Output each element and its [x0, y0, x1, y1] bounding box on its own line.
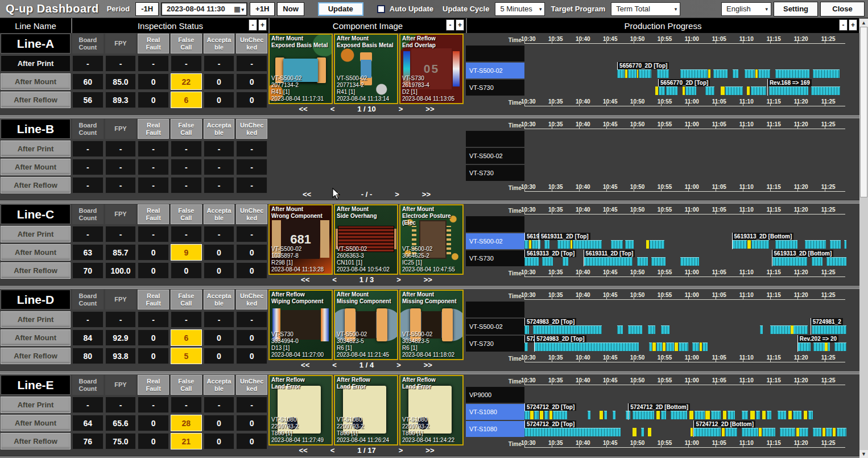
pager-next-button[interactable]: >: [399, 446, 403, 455]
stage-row-button-after-mount[interactable]: After Mount: [1, 415, 71, 431]
component-image-card[interactable]: After Reflow Land ErrorVT-S1080 2209793-…: [399, 375, 464, 445]
pager-next-button[interactable]: >: [399, 105, 403, 113]
stage-row-button-after-mount[interactable]: After Mount: [1, 73, 71, 90]
table-cell: 92.9: [105, 329, 137, 346]
table-cell: -: [236, 397, 267, 413]
pager-last-button[interactable]: >>: [422, 190, 431, 199]
machine-label[interactable]: VT-S730: [466, 165, 524, 181]
component-image-card[interactable]: 05After Reflow End OverlapVT-S730 261978…: [399, 34, 464, 104]
pager-first-button[interactable]: <<: [301, 275, 309, 284]
update-button[interactable]: Update: [318, 2, 363, 16]
machine-label-empty: [466, 131, 524, 147]
machine-label[interactable]: VT-S500-02: [466, 63, 524, 79]
pager-prev-button[interactable]: <: [332, 361, 337, 369]
v-scrollbar[interactable]: ▲ ▼: [859, 19, 868, 458]
setting-button[interactable]: Setting: [774, 2, 818, 16]
machine-label[interactable]: VT-S500-02: [466, 233, 524, 249]
pager-first-button[interactable]: <<: [299, 446, 307, 455]
time-tick-label: 11:05: [712, 98, 726, 105]
component-zoom-in-button[interactable]: +: [456, 19, 464, 31]
stage-row-button-after-reflow[interactable]: After Reflow: [1, 433, 71, 449]
stage-row-button-after-mount[interactable]: After Mount: [1, 159, 71, 175]
stage-row-button-after-reflow[interactable]: After Reflow: [1, 92, 71, 108]
table-cell: 22: [171, 73, 202, 90]
pager-last-button[interactable]: >>: [425, 446, 434, 455]
component-image-card[interactable]: After Mount Side OverhangVT-S500-02 2606…: [334, 204, 398, 275]
component-image-card[interactable]: After Mount Exposed Basis MetalVT-S500-0…: [334, 34, 398, 104]
component-image-card[interactable]: After Mount Exposed Basis MetalVT-S500-0…: [268, 34, 333, 104]
pager-first-button[interactable]: <<: [301, 361, 309, 369]
pager-prev-button[interactable]: <: [334, 190, 338, 199]
stage-row-button-after-mount[interactable]: After Mount: [1, 329, 71, 346]
inspection-zoom-out-button[interactable]: -: [249, 19, 257, 31]
table-cell: 85.7: [105, 244, 137, 261]
machine-label[interactable]: VT-S730: [466, 80, 524, 96]
stage-row-button-after-reflow[interactable]: After Reflow: [1, 348, 71, 364]
inspection-zoom-in-button[interactable]: +: [258, 19, 267, 31]
component-zoom-out-button[interactable]: -: [446, 19, 454, 31]
pager-last-button[interactable]: >>: [425, 105, 434, 113]
stage-row-button-after-print[interactable]: After Print: [1, 55, 71, 72]
machine-label[interactable]: VT-S730: [466, 250, 524, 266]
datetime-input[interactable]: 2023-08-04 11:30 ▦▾: [161, 2, 247, 16]
component-image-card[interactable]: After Mount Missing ComponentVT-S500-02 …: [399, 290, 464, 360]
close-button[interactable]: Close: [820, 2, 865, 16]
pager-next-button[interactable]: >: [395, 190, 399, 199]
stage-row-button-after-print[interactable]: After Print: [1, 141, 71, 157]
component-image-card[interactable]: After Mount Electrode Posture (ElecVT-S5…: [399, 204, 464, 275]
update-cycle-select[interactable]: 5 Minutes ▾: [495, 2, 545, 16]
auto-update-label: Auto Update: [390, 5, 433, 13]
pager-last-button[interactable]: >>: [424, 361, 432, 369]
stage-row-button-after-print[interactable]: After Print: [1, 226, 71, 242]
now-button[interactable]: Now: [277, 2, 304, 16]
stage-row-button-after-reflow[interactable]: After Reflow: [1, 262, 71, 279]
target-program-select[interactable]: Term Total ▾: [611, 2, 680, 16]
chevron-down-icon[interactable]: ▾: [242, 7, 245, 13]
component-image-card[interactable]: After Reflow Land ErrorVT-S1080 2209793-…: [268, 375, 333, 445]
production-zoom-in-button[interactable]: +: [849, 19, 857, 31]
component-image-card[interactable]: After Reflow Land ErrorVT-S1080 2209793-…: [334, 375, 398, 445]
stage-row-button-after-mount[interactable]: After Mount: [1, 244, 71, 261]
time-tick-label: 10:55: [658, 36, 672, 42]
pager-prev-button[interactable]: <: [330, 105, 335, 113]
component-image-card[interactable]: 681After Mount Wrong ComponentVT-S500-02…: [268, 204, 333, 275]
stage-row-button-after-print[interactable]: After Print: [1, 397, 71, 413]
program-label: 5724712_2D [Bottom]: [628, 403, 690, 411]
pager-next-button[interactable]: >: [396, 361, 401, 369]
scroll-thumb[interactable]: [860, 27, 867, 197]
machine-label[interactable]: VT-S1080: [466, 404, 524, 420]
component-image-card[interactable]: After Mount Missing ComponentVT-S500-02 …: [334, 290, 398, 360]
pager-prev-button[interactable]: <: [332, 275, 337, 284]
time-tick-label: 10:30: [521, 269, 536, 275]
time-tick-label: 10:30: [521, 121, 536, 127]
image-pager: <<<1 / 4>>>: [268, 360, 465, 370]
stage-row-button-after-print[interactable]: After Print: [1, 311, 71, 328]
machine-label[interactable]: VP9000: [466, 387, 524, 403]
pager-next-button[interactable]: >: [396, 275, 401, 284]
machine-label[interactable]: VT-S730: [466, 336, 524, 352]
plus-1h-button[interactable]: +1H: [250, 2, 275, 16]
time-tick-label: 10:55: [658, 354, 672, 361]
stage-row-button-after-reflow[interactable]: After Reflow: [1, 177, 71, 193]
pager-first-button[interactable]: <<: [303, 190, 311, 199]
time-tick-label: 11:20: [794, 377, 808, 383]
time-tick-label: 11:20: [794, 98, 808, 105]
scroll-up-icon[interactable]: ▲: [859, 19, 868, 27]
machine-label[interactable]: VT-S500-02: [466, 148, 524, 164]
language-select[interactable]: English ▾: [721, 2, 771, 16]
pager-page-indicator: 1 / 10: [357, 105, 376, 113]
machine-label[interactable]: VT-S1080: [466, 421, 524, 437]
pager-last-button[interactable]: >>: [424, 275, 432, 284]
pager-prev-button[interactable]: <: [330, 446, 335, 455]
image-metadata: VT-S500-02 2606363-3 CN101 [1] 2023-08-0…: [337, 246, 396, 273]
minus-1h-button[interactable]: -1H: [135, 2, 159, 16]
component-image-card[interactable]: After Reflow Wiping ComponentVT-S730 303…: [268, 290, 333, 360]
production-zoom-out-button[interactable]: -: [839, 19, 848, 31]
scroll-down-icon[interactable]: ▼: [859, 450, 868, 458]
calendar-icon[interactable]: ▦: [234, 5, 240, 13]
machine-label[interactable]: VT-S500-02: [466, 319, 524, 335]
pager-first-button[interactable]: <<: [299, 105, 307, 113]
auto-update-checkbox[interactable]: [377, 5, 385, 13]
table-cell: -: [171, 311, 202, 328]
time-tick-label: 10:55: [658, 207, 672, 213]
